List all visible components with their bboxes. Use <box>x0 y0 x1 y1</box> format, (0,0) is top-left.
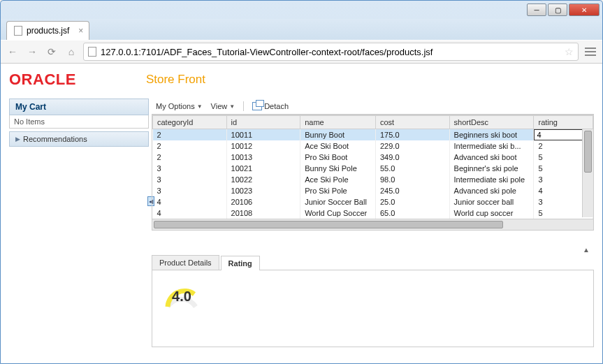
products-table: categoryIdidnamecostshortDescrating 2100… <box>152 115 594 231</box>
browser-tab[interactable]: products.jsf × <box>6 21 89 40</box>
url-input[interactable]: 127.0.0.1:7101/ADF_Faces_Tutorial-ViewCo… <box>83 43 579 61</box>
close-button[interactable]: ✕ <box>569 3 600 16</box>
tab-close-icon[interactable]: × <box>78 26 83 36</box>
page-title: Store Front <box>146 73 205 87</box>
tab-title: products.jsf <box>27 26 69 36</box>
separator <box>243 101 244 111</box>
reload-button[interactable]: ⟳ <box>44 44 59 59</box>
tab-product-details[interactable]: Product Details <box>152 255 219 270</box>
address-bar: ← → ⟳ ⌂ 127.0.0.1:7101/ADF_Faces_Tutoria… <box>1 40 602 64</box>
table-toolbar: My Options ▼ View ▼ Detach <box>152 99 594 115</box>
table-row[interactable]: 210011Bunny Boot175.0Beginners ski boot <box>153 129 593 141</box>
forward-button[interactable]: → <box>24 44 40 59</box>
window-titlebar: ─ ▢ ✕ <box>1 1 602 19</box>
column-header-rating[interactable]: rating <box>534 116 593 129</box>
vertical-scrollbar[interactable] <box>582 129 593 217</box>
bookmark-icon[interactable]: ☆ <box>565 46 574 57</box>
hamburger-menu-icon[interactable] <box>583 44 598 59</box>
main-panel: ◀ My Options ▼ View ▼ Detach <box>152 99 594 356</box>
column-header-name[interactable]: name <box>300 116 376 129</box>
rating-panel: 4.0 <box>152 270 594 347</box>
page-icon <box>14 26 22 36</box>
oracle-logo: ORACLE <box>9 71 76 89</box>
rating-value: 4.0 <box>161 289 203 305</box>
chevron-right-icon: ▶ <box>15 136 20 143</box>
rating-gauge: 4.0 <box>161 279 203 314</box>
sidebar: My Cart No Items ▶ Recommendations <box>9 99 149 356</box>
table-row[interactable]: 310022Ace Ski Pole98.0Intermediate ski p… <box>153 174 593 185</box>
table-row[interactable]: 420108World Cup Soccer65.0World cup socc… <box>153 208 593 219</box>
view-menu-button[interactable]: View ▼ <box>211 102 235 110</box>
minimize-button[interactable]: ─ <box>527 3 546 16</box>
table-row[interactable]: 210012Ace Ski Boot229.0Intermediate ski … <box>153 140 593 152</box>
back-button[interactable]: ← <box>5 44 20 59</box>
home-button[interactable]: ⌂ <box>64 44 79 59</box>
column-header-id[interactable]: id <box>226 116 300 129</box>
cart-status: No Items <box>9 115 149 129</box>
column-header-shortDesc[interactable]: shortDesc <box>449 116 534 129</box>
column-header-cost[interactable]: cost <box>375 116 449 129</box>
table-row[interactable]: 310023Pro Ski Pole245.0Advanced ski pole… <box>153 185 593 196</box>
detach-button[interactable]: Detach <box>252 102 289 110</box>
url-text: 127.0.0.1:7101/ADF_Faces_Tutorial-ViewCo… <box>101 47 560 57</box>
cart-panel-header[interactable]: My Cart <box>9 99 149 115</box>
collapse-panel-icon[interactable]: ▲ <box>152 245 594 255</box>
page-icon <box>88 47 96 57</box>
dropdown-icon: ▼ <box>197 103 203 110</box>
column-header-categoryId[interactable]: categoryId <box>153 116 227 129</box>
horizontal-scrollbar[interactable] <box>152 219 593 230</box>
table-row[interactable]: 210013Pro Ski Boot349.0Advanced ski boot… <box>153 152 593 163</box>
tab-rating[interactable]: Rating <box>221 256 260 270</box>
table-row[interactable]: 310021Bunny Ski Pole55.0Beginner's ski p… <box>153 163 593 174</box>
dropdown-icon: ▼ <box>229 103 235 110</box>
recommendations-accordion[interactable]: ▶ Recommendations <box>9 131 149 147</box>
table-row[interactable]: 420106Junior Soccer Ball25.0Junior socce… <box>153 196 593 208</box>
maximize-button[interactable]: ▢ <box>548 3 567 16</box>
browser-tabstrip: products.jsf × <box>1 19 602 40</box>
detach-icon <box>252 102 262 110</box>
options-menu-button[interactable]: My Options ▼ <box>156 102 203 110</box>
accordion-label: Recommendations <box>23 135 87 143</box>
